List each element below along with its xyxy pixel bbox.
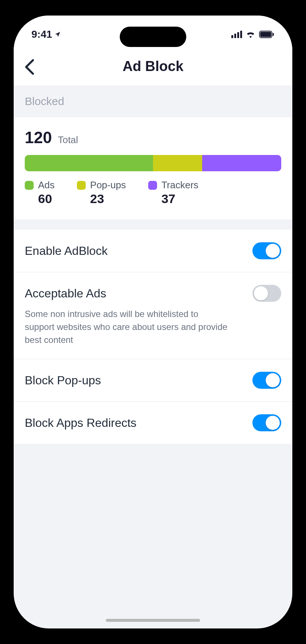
toggle-thumb bbox=[254, 286, 268, 300]
device-power-button bbox=[299, 170, 302, 233]
setting-title: Acceptable Ads bbox=[25, 287, 106, 300]
cellular-icon bbox=[231, 31, 242, 38]
legend-text: Pop-ups23 bbox=[90, 179, 126, 206]
home-indicator[interactable] bbox=[106, 619, 200, 622]
chart-legend: Ads60Pop-ups23Trackers37 bbox=[25, 179, 281, 206]
toggle-thumb bbox=[266, 373, 280, 387]
chevron-left-icon bbox=[25, 59, 34, 75]
svg-rect-1 bbox=[260, 32, 271, 37]
legend-text: Trackers37 bbox=[162, 179, 198, 206]
legend-swatch bbox=[25, 181, 34, 190]
legend-swatch bbox=[148, 181, 157, 190]
battery-icon bbox=[259, 31, 275, 38]
legend-value: 23 bbox=[90, 192, 126, 206]
setting-title: Enable AdBlock bbox=[25, 244, 108, 258]
setting-row-acceptable-ads: Acceptable AdsSome non intrusive ads wil… bbox=[14, 272, 292, 359]
toggle-block-apps-redirects[interactable] bbox=[252, 414, 281, 431]
status-time-text: 9:41 bbox=[31, 28, 52, 40]
legend-label: Pop-ups bbox=[90, 179, 126, 191]
nav-header: Ad Block bbox=[14, 50, 292, 85]
toggle-thumb bbox=[266, 244, 280, 258]
setting-title: Block Pop-ups bbox=[25, 374, 101, 387]
device-frame: 9:41 Ad Block Blocked bbox=[6, 7, 300, 637]
stacked-bar-chart bbox=[25, 155, 281, 171]
bar-segment-ads bbox=[25, 155, 153, 171]
legend-label: Ads bbox=[38, 179, 55, 191]
device-volume-down bbox=[4, 207, 7, 248]
stats-card: 120 Total Ads60Pop-ups23Trackers37 bbox=[14, 117, 292, 219]
back-button[interactable] bbox=[25, 59, 34, 77]
legend-text: Ads60 bbox=[38, 179, 55, 206]
wifi-icon bbox=[246, 31, 255, 38]
setting-row-block-apps-redirects: Block Apps Redirects bbox=[14, 402, 292, 444]
device-volume-up bbox=[4, 155, 7, 196]
dynamic-island bbox=[120, 27, 186, 47]
device-side-button bbox=[4, 118, 7, 141]
setting-main: Acceptable Ads bbox=[25, 285, 281, 302]
section-spacer bbox=[14, 219, 292, 230]
legend-swatch bbox=[77, 181, 86, 190]
setting-main: Enable AdBlock bbox=[25, 242, 281, 259]
settings-list: Enable AdBlockAcceptable AdsSome non int… bbox=[14, 230, 292, 444]
status-time: 9:41 bbox=[31, 28, 61, 40]
bar-segment-trackers bbox=[202, 155, 281, 171]
setting-description: Some non intrusive ads will be whitelist… bbox=[25, 308, 228, 346]
legend-item-trackers: Trackers37 bbox=[148, 179, 198, 206]
setting-title: Block Apps Redirects bbox=[25, 416, 136, 430]
stats-total-value: 120 bbox=[25, 128, 52, 147]
legend-label: Trackers bbox=[162, 179, 198, 191]
toggle-acceptable-ads[interactable] bbox=[252, 285, 281, 302]
page-title: Ad Block bbox=[123, 58, 184, 74]
legend-item-pop-ups: Pop-ups23 bbox=[77, 179, 126, 206]
location-icon bbox=[54, 31, 61, 38]
status-icons bbox=[231, 31, 275, 38]
stats-total: 120 Total bbox=[25, 128, 281, 147]
toggle-enable-adblock[interactable] bbox=[252, 242, 281, 259]
setting-row-block-pop-ups: Block Pop-ups bbox=[14, 359, 292, 402]
setting-main: Block Pop-ups bbox=[25, 372, 281, 389]
toggle-block-pop-ups[interactable] bbox=[252, 372, 281, 389]
section-header-blocked: Blocked bbox=[14, 85, 292, 117]
toggle-thumb bbox=[266, 416, 280, 430]
bar-segment-pop-ups bbox=[153, 155, 202, 171]
svg-rect-2 bbox=[273, 33, 274, 36]
setting-main: Block Apps Redirects bbox=[25, 414, 281, 431]
screen: 9:41 Ad Block Blocked bbox=[14, 16, 292, 628]
legend-item-ads: Ads60 bbox=[25, 179, 55, 206]
legend-value: 37 bbox=[162, 192, 198, 206]
stats-total-label: Total bbox=[58, 134, 78, 146]
setting-row-enable-adblock: Enable AdBlock bbox=[14, 230, 292, 272]
legend-value: 60 bbox=[38, 192, 55, 206]
